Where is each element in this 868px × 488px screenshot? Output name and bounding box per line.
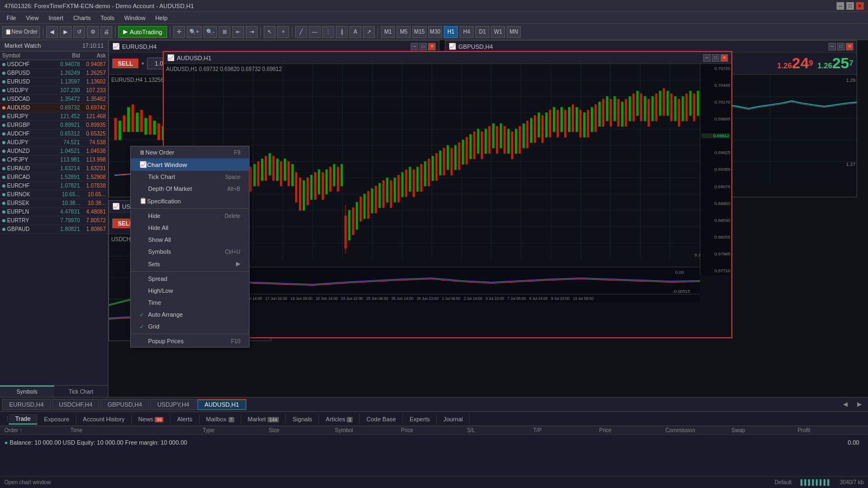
- cursor-button[interactable]: ↖: [264, 26, 276, 38]
- toolbar-settings[interactable]: ⚙: [87, 26, 99, 38]
- terminal-tab-exposure[interactable]: Exposure: [37, 414, 76, 424]
- ctx-symbols[interactable]: Symbols Ctrl+U: [131, 246, 249, 258]
- eurusd-sell-arrow[interactable]: ▼: [141, 61, 145, 66]
- gbpusd-close[interactable]: ✕: [846, 43, 853, 50]
- menu-window[interactable]: Window: [120, 14, 150, 22]
- menu-charts[interactable]: Charts: [69, 14, 95, 22]
- tf-d1[interactable]: D1: [475, 26, 489, 38]
- ctx-specification[interactable]: 📋 Specification: [131, 195, 249, 207]
- terminal-tab-alerts[interactable]: Alerts: [170, 414, 199, 424]
- line-button[interactable]: ╱: [295, 26, 307, 38]
- chart-tab-usdjpy[interactable]: USDJPY,H4: [150, 399, 196, 410]
- ctx-popup-prices[interactable]: Popup Prices F10: [131, 335, 249, 347]
- mw-row[interactable]: AUDCHF 0.65312 0.65325: [0, 130, 108, 138]
- mw-row[interactable]: EURSEK 10.38... 10.38...: [0, 199, 108, 208]
- mw-row[interactable]: AUDJPY 74.521 74.538: [0, 138, 108, 147]
- chart-tabs-scroll-right[interactable]: ▶: [853, 401, 866, 408]
- tf-mn[interactable]: MN: [507, 26, 521, 38]
- mw-row[interactable]: EURCHF 1.07821 1.07838: [0, 182, 108, 190]
- audusd-close[interactable]: ✕: [720, 54, 728, 62]
- eurusd-close[interactable]: ✕: [428, 43, 436, 50]
- menu-file[interactable]: File: [2, 14, 21, 22]
- mw-row[interactable]: EURAUD 1.63214 1.63231: [0, 164, 108, 173]
- tf-w1[interactable]: W1: [491, 26, 505, 38]
- chart-tab-eurusd[interactable]: EURUSD,H4: [2, 399, 51, 410]
- tf-h1[interactable]: H1: [444, 26, 458, 38]
- channel-button[interactable]: ⋮: [322, 26, 334, 38]
- period-sep-button[interactable]: ⊞: [219, 26, 231, 38]
- ctx-highlow[interactable]: High/Low: [131, 285, 249, 297]
- mw-tab-tick[interactable]: Tick Chart: [54, 386, 108, 397]
- toolbar-refresh[interactable]: ↺: [73, 26, 85, 38]
- minimize-button[interactable]: ─: [837, 2, 844, 10]
- crosshair2-button[interactable]: +: [277, 26, 289, 38]
- terminal-tab-journal[interactable]: Journal: [437, 414, 470, 424]
- mw-tab-symbols[interactable]: Symbols: [0, 386, 54, 397]
- chart-tabs-scroll-left[interactable]: ◀: [839, 401, 852, 408]
- ctx-sets[interactable]: Sets ▶: [131, 258, 249, 270]
- terminal-tab-history[interactable]: Account History: [76, 414, 132, 424]
- tf-m1[interactable]: M1: [381, 26, 395, 38]
- fib-button[interactable]: ∥: [336, 26, 348, 38]
- terminal-tab-mailbox[interactable]: Mailbox 7: [200, 414, 241, 424]
- mw-row[interactable]: CHFJPY 113.981 113.998: [0, 156, 108, 164]
- terminal-tab-articles[interactable]: Articles 1: [319, 414, 360, 424]
- eurusd-min[interactable]: ─: [411, 43, 418, 50]
- mw-row[interactable]: EURUSD 1.13597 1.13602: [0, 78, 108, 86]
- terminal-tab-signals[interactable]: Signals: [286, 414, 319, 424]
- chart-tab-gbpusd[interactable]: GBPUSD,H4: [100, 399, 149, 410]
- zoom-out-button[interactable]: 🔍-: [203, 26, 217, 38]
- toolbar-fwd[interactable]: ▶: [60, 26, 72, 38]
- autotrading-button[interactable]: ▶ AutoTrading: [118, 26, 167, 38]
- tf-m15[interactable]: M15: [412, 26, 426, 38]
- terminal-tab-market[interactable]: Market 144: [241, 414, 286, 424]
- audusd-min[interactable]: ─: [703, 54, 711, 62]
- maximize-button[interactable]: □: [846, 2, 854, 10]
- mw-row[interactable]: USDCAD 1.35472 1.35482: [0, 95, 108, 104]
- terminal-tab-news[interactable]: News 99: [132, 414, 171, 424]
- eurusd-max[interactable]: □: [419, 43, 427, 50]
- ctx-spread[interactable]: Spread: [131, 273, 249, 285]
- ctx-tick-chart[interactable]: Tick Chart Space: [131, 171, 249, 183]
- tf-m5[interactable]: M5: [397, 26, 411, 38]
- toolbar-print[interactable]: 🖨: [100, 26, 112, 38]
- mw-row[interactable]: GBPAUD 1.80821 1.80867: [0, 225, 108, 234]
- text-button[interactable]: A: [349, 26, 361, 38]
- gbpusd-min[interactable]: ─: [828, 43, 836, 50]
- gbpusd-max[interactable]: □: [837, 43, 845, 50]
- crosshair-button[interactable]: ✛: [173, 26, 185, 38]
- terminal-handle[interactable]: ⋮: [4, 415, 9, 422]
- mw-row[interactable]: EURNOK 10.65... 10.65...: [0, 190, 108, 199]
- chart-tab-usdchf[interactable]: USDCHF,H4: [52, 399, 100, 410]
- mw-row[interactable]: GBPUSD 1.26249 1.26257: [0, 69, 108, 78]
- ctx-show-all[interactable]: Show All: [131, 234, 249, 246]
- mw-row[interactable]: EURJPY 121.452 121.468: [0, 112, 108, 121]
- tf-h4[interactable]: H4: [459, 26, 474, 38]
- ctx-hide-all[interactable]: Hide All: [131, 222, 249, 234]
- hline-button[interactable]: —: [309, 26, 321, 38]
- ctx-chart-window[interactable]: 📈 Chart Window: [131, 158, 249, 171]
- close-button[interactable]: ✕: [856, 2, 864, 10]
- scroll-left[interactable]: ⇤: [232, 26, 244, 38]
- scroll-right[interactable]: ⇥: [246, 26, 258, 38]
- ctx-depth-market[interactable]: Depth Of Market Alt+B: [131, 183, 249, 195]
- menu-tools[interactable]: Tools: [96, 14, 119, 22]
- eurusd-sell-button[interactable]: SELL: [112, 59, 138, 68]
- ctx-grid[interactable]: ✓ Grid: [131, 320, 249, 332]
- new-order-button[interactable]: 📋 New Order: [2, 26, 40, 38]
- mw-row[interactable]: AUDNZD 1.04521 1.04538: [0, 147, 108, 156]
- chart-tab-audusd[interactable]: AUDUSD,H1: [197, 399, 246, 410]
- terminal-tab-experts[interactable]: Experts: [403, 414, 437, 424]
- mw-row[interactable]: EURCAD 1.52891 1.52908: [0, 173, 108, 182]
- toolbar-back[interactable]: ◀: [46, 26, 58, 38]
- mw-row[interactable]: AUDUSD 0.69732 0.69742: [0, 104, 108, 112]
- menu-view[interactable]: View: [22, 14, 43, 22]
- mw-row[interactable]: EURGBP 0.89921 0.89935: [0, 121, 108, 130]
- mw-row[interactable]: EURPLN 4.47831 4.48081: [0, 208, 108, 216]
- ctx-time[interactable]: Time: [131, 297, 249, 309]
- zoom-in-button[interactable]: 🔍+: [187, 26, 202, 38]
- mw-row[interactable]: EURTRY 7.79970 7.80572: [0, 216, 108, 225]
- menu-help[interactable]: Help: [151, 14, 172, 22]
- arrow-button[interactable]: ↗: [363, 26, 375, 38]
- terminal-tab-trade[interactable]: Trade: [9, 414, 37, 425]
